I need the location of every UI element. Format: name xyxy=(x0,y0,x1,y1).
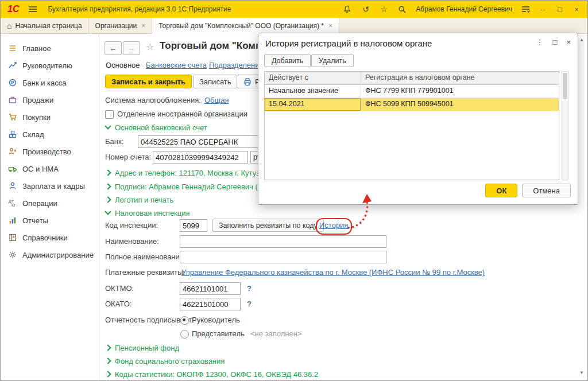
back-button[interactable]: ← xyxy=(105,41,122,55)
svg-text:Кт: Кт xyxy=(11,203,16,207)
account-number-input[interactable] xyxy=(153,151,248,164)
tab-label: Начальная страница xyxy=(15,22,82,30)
close-tab-icon[interactable]: × xyxy=(328,22,332,30)
sidebar-item-operations[interactable]: ДтКтОперации xyxy=(1,195,99,212)
cancel-button[interactable]: Отмена xyxy=(522,184,571,197)
scrollbar-thumb[interactable] xyxy=(563,73,567,99)
column-valid-from[interactable]: Действует с xyxy=(265,72,361,84)
dialog-window-controls: ⋮ □ × xyxy=(536,38,571,46)
dialog-more-icon[interactable]: ⋮ xyxy=(536,38,544,46)
delete-button[interactable]: Удалить xyxy=(311,54,354,67)
form-tab-bank-accounts[interactable]: Банковские счета xyxy=(146,60,207,71)
sidebar-item-administration[interactable]: Администрирование xyxy=(1,246,99,263)
sidebar-item-fixed-assets[interactable]: ОС и НМА xyxy=(1,160,99,177)
tab-organization-card[interactable]: Торговый дом "Комплексный" ООО (Организа… xyxy=(152,18,339,34)
sidebar-item-main[interactable]: Главное xyxy=(1,40,99,57)
cell-registration[interactable]: ФНС 5099 КПП 509945001 xyxy=(361,98,559,111)
close-button[interactable]: × xyxy=(572,5,581,14)
tax-system-link[interactable]: Общая xyxy=(204,94,229,107)
cell-valid-from[interactable]: Начальное значение xyxy=(265,85,361,98)
chevron-right-icon xyxy=(105,169,111,176)
main-menu-icon[interactable] xyxy=(28,6,37,13)
form-tab-departments[interactable]: Подразделения xyxy=(209,60,264,71)
radio-director-label[interactable]: Руководитель xyxy=(192,314,240,326)
save-and-close-button[interactable]: Записать и закрыть xyxy=(105,75,192,88)
sidebar-item-salary-hr[interactable]: Зарплата и кадры xyxy=(1,177,99,195)
1c-logo: 1С xyxy=(7,4,19,14)
oktmo-hint-icon[interactable]: ? xyxy=(247,282,252,295)
person-icon xyxy=(7,181,17,191)
okato-hint-icon[interactable]: ? xyxy=(247,298,252,310)
registrations-table: Действует с Регистрация в налоговом орга… xyxy=(264,71,559,180)
boxes-icon xyxy=(7,130,17,139)
current-user[interactable]: Абрамов Геннадий Сергеевич xyxy=(416,5,512,13)
tab-organizations[interactable]: Организации × xyxy=(89,18,153,34)
history-clock-icon[interactable]: ↺ xyxy=(361,5,370,14)
chevron-down-icon xyxy=(105,123,111,129)
sidebar-item-warehouse[interactable]: Склад xyxy=(1,126,99,143)
sidebar-item-bank-cash[interactable]: Банк и касса xyxy=(1,74,99,91)
column-registration[interactable]: Регистрация в налоговом органе xyxy=(361,72,559,84)
close-tab-icon[interactable]: × xyxy=(141,22,145,30)
full-name-input[interactable] xyxy=(180,251,386,263)
scroll-up-icon[interactable]: ▲ xyxy=(579,37,584,42)
inspection-code-label: Код инспекции: xyxy=(105,219,158,232)
table-row[interactable]: Начальное значение ФНС 7799 КПП 77990100… xyxy=(265,85,559,98)
oktmo-label: ОКТМО: xyxy=(105,282,134,295)
radio-representative[interactable] xyxy=(180,330,189,339)
okato-input[interactable] xyxy=(180,298,241,310)
open-windows-tabbar: ⌂ Начальная страница Организации × Торго… xyxy=(1,18,587,34)
sidebar-item-purchases[interactable]: Покупки xyxy=(1,108,99,126)
book-icon xyxy=(7,233,17,243)
ok-button[interactable]: ОК xyxy=(485,184,517,197)
notifications-bell-icon[interactable] xyxy=(342,5,352,14)
forward-button[interactable]: → xyxy=(123,41,140,55)
scroll-down-icon[interactable]: ▼ xyxy=(579,370,584,375)
chevron-right-icon xyxy=(105,371,111,377)
minimize-button[interactable]: – xyxy=(539,5,547,14)
sidebar-item-reports[interactable]: Отчеты xyxy=(1,212,99,229)
gear-icon xyxy=(7,250,17,260)
group-pension-fund[interactable]: Пенсионный фонд xyxy=(106,342,179,353)
group-bank-account[interactable]: Основной банковский счет xyxy=(106,122,207,133)
cell-registration[interactable]: ФНС 7799 КПП 779901001 xyxy=(361,85,559,98)
sidebar-item-sales[interactable]: Продажи xyxy=(1,91,99,108)
inspection-code-input[interactable] xyxy=(180,219,207,232)
add-button[interactable]: Добавить xyxy=(264,54,311,67)
group-logo-print[interactable]: Логотип и печать xyxy=(106,194,173,205)
bank-label: Банк: xyxy=(105,135,123,148)
radio-representative-label[interactable]: Представитель xyxy=(192,328,245,340)
printer-icon xyxy=(242,77,252,87)
search-icon[interactable] xyxy=(397,5,407,14)
fill-by-code-button[interactable]: Заполнить реквизиты по коду xyxy=(212,219,324,232)
table-row-selected[interactable]: 15.04.2021 ФНС 5099 КПП 509945001 xyxy=(265,98,559,111)
name-input[interactable] xyxy=(180,235,386,248)
save-button[interactable]: Записать xyxy=(193,75,238,88)
oktmo-input[interactable] xyxy=(180,282,241,295)
annotation-arrow xyxy=(345,192,377,232)
dialog-scrollbar[interactable] xyxy=(562,71,568,180)
sidebar-item-manager[interactable]: Руководителю xyxy=(1,57,99,74)
window-titlebar: 1С Бухгалтерия предприятия, редакция 3.0… xyxy=(1,1,587,18)
service-menu-icon[interactable] xyxy=(521,5,531,14)
bar-chart-icon xyxy=(7,216,17,226)
coin-icon xyxy=(7,78,17,88)
group-statistics-codes[interactable]: Коды статистики: ОКОПФ 12300, ОКФС 16, О… xyxy=(106,368,318,380)
history-dialog: История регистраций в налоговом органе ⋮… xyxy=(258,33,578,205)
sidebar-item-production[interactable]: Производство xyxy=(1,143,99,160)
maximize-button[interactable]: □ xyxy=(556,5,564,14)
foreign-branch-checkbox[interactable] xyxy=(105,110,114,119)
group-tax-office[interactable]: Налоговая инспекция xyxy=(106,207,190,219)
cell-valid-from[interactable]: 15.04.2021 xyxy=(265,98,361,111)
dialog-close-icon[interactable]: × xyxy=(566,38,571,46)
payment-details-link[interactable]: Управление Федерального казначейства по … xyxy=(181,266,485,279)
form-tab-main[interactable]: Основное xyxy=(106,60,140,71)
favorite-star-icon[interactable]: ☆ xyxy=(146,41,154,52)
dialog-maximize-icon[interactable]: □ xyxy=(553,38,558,46)
tab-home[interactable]: ⌂ Начальная страница xyxy=(1,18,89,34)
sidebar-item-directories[interactable]: Справочники xyxy=(1,229,99,246)
group-social-insurance[interactable]: Фонд социального страхования xyxy=(106,355,225,367)
tab-label: Организации xyxy=(95,22,137,30)
favorites-star-icon[interactable]: ☆ xyxy=(379,5,389,14)
radio-director[interactable] xyxy=(180,316,189,325)
